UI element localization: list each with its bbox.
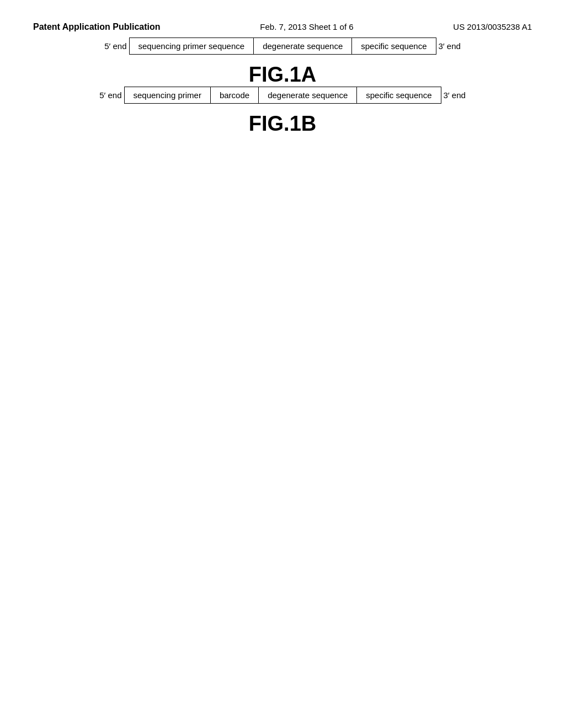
header-publication-label: Patent Application Publication — [33, 22, 161, 32]
fig1a-five-prime: 5′ end — [104, 41, 126, 51]
fig1b-seg-sequencing-primer: sequencing primer — [125, 87, 211, 103]
fig1b-seg-specific-sequence: specific sequence — [357, 87, 440, 103]
fig1b-seg-degenerate-sequence: degenerate sequence — [259, 87, 357, 103]
fig1b-sequence-box: sequencing primer barcode degenerate seq… — [124, 87, 441, 104]
fig1b-title: FIG.1B — [33, 112, 532, 136]
fig1a-title: FIG.1A — [33, 63, 532, 87]
fig1b-seg-barcode: barcode — [211, 87, 259, 103]
fig1a-container: 5′ end sequencing primer sequence degene… — [33, 38, 532, 87]
patent-page: Patent Application Publication Feb. 7, 2… — [0, 0, 565, 728]
fig1b-diagram: 5′ end sequencing primer barcode degener… — [33, 87, 532, 104]
fig1a-sequence-box: sequencing primer sequence degenerate se… — [129, 38, 436, 55]
fig1a-three-prime: 3′ end — [439, 41, 461, 51]
fig1b-container: 5′ end sequencing primer barcode degener… — [33, 87, 532, 136]
page-header: Patent Application Publication Feb. 7, 2… — [33, 22, 532, 38]
fig1a-seg-specific-sequence: specific sequence — [352, 38, 435, 54]
fig1b-three-prime: 3′ end — [444, 90, 466, 100]
header-patent-number: US 2013/0035238 A1 — [453, 22, 532, 31]
header-date-sheet: Feb. 7, 2013 Sheet 1 of 6 — [260, 22, 353, 31]
fig1a-seg-sequencing-primer-sequence: sequencing primer sequence — [130, 38, 254, 54]
fig1a-diagram: 5′ end sequencing primer sequence degene… — [33, 38, 532, 55]
fig1a-seg-degenerate-sequence: degenerate sequence — [254, 38, 352, 54]
fig1b-five-prime: 5′ end — [99, 90, 121, 100]
